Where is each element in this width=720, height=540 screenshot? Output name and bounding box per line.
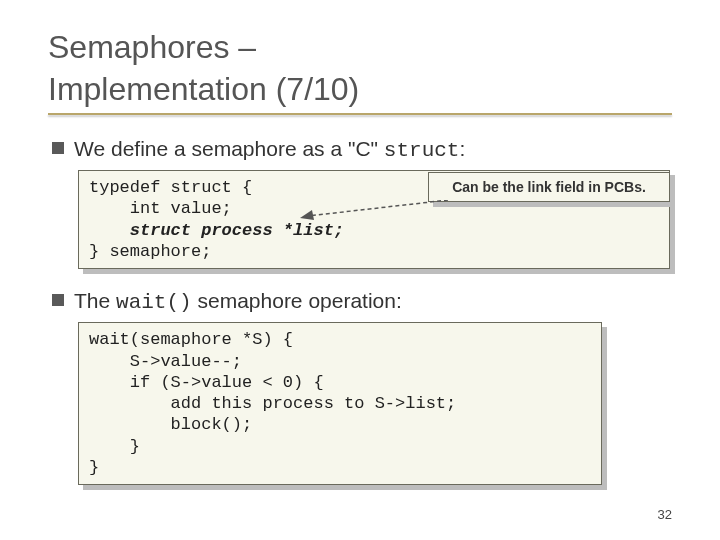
bullet-1-suffix: : (459, 137, 465, 160)
bullet-1-code: struct (384, 139, 460, 162)
code1-line-c: struct process *list; (89, 221, 344, 240)
callout-text: Can be the link field in PCBs. (428, 172, 670, 202)
code1-line-a: typedef struct { (89, 178, 252, 197)
bullet-2: The wait() semaphore operation: (52, 287, 672, 316)
bullet-2-suffix: semaphore operation: (192, 289, 402, 312)
code-block-2: wait(semaphore *S) { S->value--; if (S->… (78, 322, 602, 485)
code1-line-d: } semaphore; (89, 242, 211, 261)
callout-box: Can be the link field in PCBs. (428, 172, 670, 202)
page-number: 32 (658, 507, 672, 522)
bullet-2-text: The wait() semaphore operation: (74, 287, 402, 316)
bullet-1-prefix: We define a semaphore as a "C" (74, 137, 384, 160)
code1-line-b: int value; (89, 199, 232, 218)
bullet-2-code: wait() (116, 291, 192, 314)
bullet-square-icon (52, 142, 64, 154)
slide-title-line2: Implementation (7/10) (48, 70, 672, 108)
bullet-square-icon (52, 294, 64, 306)
code-block-1: typedef struct { int value; struct proce… (78, 170, 670, 269)
bullet-2-prefix: The (74, 289, 116, 312)
bullet-1: We define a semaphore as a "C" struct: (52, 135, 672, 164)
title-underline (48, 113, 672, 115)
bullet-1-text: We define a semaphore as a "C" struct: (74, 135, 465, 164)
code-block-2-content: wait(semaphore *S) { S->value--; if (S->… (78, 322, 602, 485)
slide-title-line1: Semaphores – (48, 28, 672, 66)
